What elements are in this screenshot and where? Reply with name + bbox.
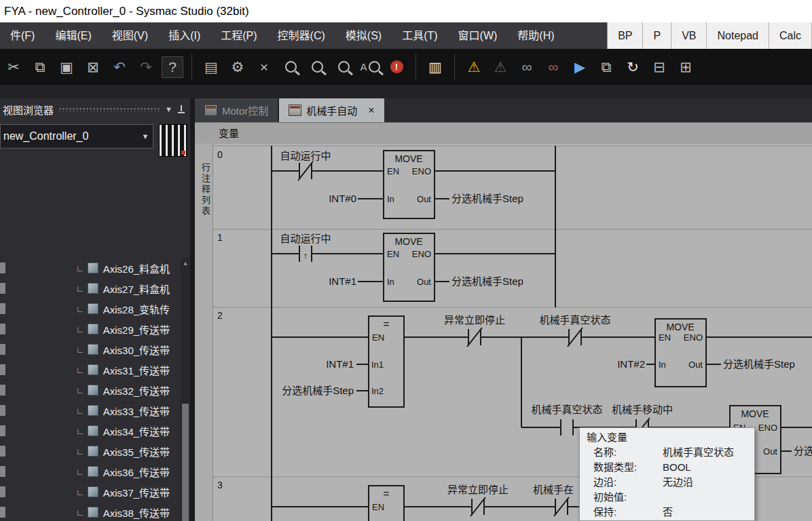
calc-button[interactable]: Calc: [769, 22, 812, 49]
troubleshooting-icon[interactable]: ▥: [424, 56, 446, 79]
error-list-icon[interactable]: !: [386, 56, 407, 79]
build-icon[interactable]: ▤: [200, 56, 222, 79]
menu-view[interactable]: 视图(V): [102, 22, 158, 49]
menu-controller[interactable]: 控制器(C): [267, 22, 335, 49]
contact-label[interactable]: 机械手真空状态: [539, 314, 610, 326]
scrollbar-thumb[interactable]: [182, 404, 189, 521]
rung-number[interactable]: 3: [217, 480, 223, 490]
menu-window[interactable]: 窗口(W): [448, 22, 508, 49]
tree-item-axis35[interactable]: ∟Axis35_传送带: [0, 441, 181, 461]
transfer-icon[interactable]: ▶: [569, 56, 591, 79]
pin-icon[interactable]: [177, 105, 185, 114]
tree-item-axis37[interactable]: ∟Axis37_传送带: [0, 482, 181, 502]
undo-icon[interactable]: ↶: [109, 56, 130, 79]
operand-out[interactable]: 分选机械手Step: [451, 275, 523, 287]
edge-arrow-icon: ↑: [303, 250, 308, 261]
vb-button[interactable]: VB: [671, 22, 707, 49]
program-tab-icon: [289, 104, 301, 116]
watch-window-stop-icon[interactable]: ∞: [542, 56, 564, 79]
multiview-explorer: 视图浏览器 ▼ new_Controller_0 ▼ ∟Axis26_料盒机 ∟…: [0, 98, 190, 521]
axis-icon: [88, 405, 98, 416]
monitor-window-icon[interactable]: ⊟: [648, 56, 670, 79]
menu-file[interactable]: 件(F): [0, 22, 45, 49]
controller-status-icon[interactable]: [159, 124, 187, 157]
contact-label[interactable]: 自动运行中: [280, 150, 331, 161]
menu-simulation[interactable]: 模拟(S): [335, 22, 392, 49]
close-icon[interactable]: ×: [368, 104, 374, 117]
nc-contact[interactable]: [554, 497, 569, 516]
tree-item-axis33[interactable]: ∟Axis33_传送带: [0, 400, 181, 421]
notepad-button[interactable]: Notepad: [707, 22, 769, 49]
contact-label[interactable]: 异常立即停止: [444, 314, 505, 326]
copy-icon[interactable]: ⧉: [29, 56, 51, 79]
tree-item-axis29[interactable]: ∟Axis29_传送带: [0, 319, 181, 339]
operand-out[interactable]: 分选机械手Step: [451, 193, 523, 204]
tree-item-axis30[interactable]: ∟Axis30_传送带: [0, 339, 181, 360]
menu-insert[interactable]: 插入(I): [158, 22, 210, 49]
warning-active-icon[interactable]: ⚠: [463, 56, 485, 79]
tree-item-axis32[interactable]: ∟Axis32_传送带: [0, 380, 181, 400]
rebuild-icon[interactable]: ×: [253, 56, 275, 79]
tree-item-axis34[interactable]: ∟Axis34_传送带: [0, 421, 181, 441]
operand-in[interactable]: INT#1: [329, 275, 356, 287]
tree-item-axis38[interactable]: ∟Axis38_传送带: [0, 502, 181, 521]
chevron-down-icon[interactable]: ▼: [165, 105, 172, 113]
contact-label[interactable]: 机械手真空状态: [531, 404, 602, 415]
menu-project[interactable]: 工程(P): [210, 22, 267, 49]
help-icon[interactable]: ?: [162, 56, 183, 78]
tab-motor-control[interactable]: Motor控制: [195, 98, 279, 122]
variables-bar[interactable]: 变量: [195, 122, 812, 145]
nc-contact[interactable]: [470, 497, 485, 516]
operand-in[interactable]: INT#0: [329, 193, 356, 204]
menu-edit[interactable]: 编辑(E): [45, 22, 101, 49]
contact-label[interactable]: 自动运行中: [280, 233, 331, 244]
synchronize-icon[interactable]: ↻: [622, 56, 644, 79]
tab-robot-auto[interactable]: 机械手自动 ×: [279, 98, 384, 122]
tree-item-axis27[interactable]: ∟Axis27_料盒机: [0, 278, 181, 298]
warning-inactive-icon[interactable]: ⚠: [490, 56, 511, 79]
explorer-scrollbar[interactable]: ▲: [181, 258, 190, 521]
tree-item-axis31[interactable]: ∟Axis31_传送带: [0, 360, 181, 380]
nc-contact[interactable]: [298, 161, 313, 180]
watch-window-icon[interactable]: ∞: [516, 56, 538, 79]
operand-in1[interactable]: INT#1: [326, 358, 354, 370]
search-in-project-icon[interactable]: [306, 56, 328, 79]
search-icon[interactable]: [280, 56, 301, 79]
operand-out[interactable]: 分选: [794, 445, 812, 457]
rung-number[interactable]: 2: [217, 310, 223, 321]
nc-contact[interactable]: [467, 328, 482, 347]
tree-item-axis28[interactable]: ∟Axis28_变轨传: [0, 298, 181, 319]
tree-item-axis36[interactable]: ∟Axis36_传送带: [0, 461, 181, 482]
p-button[interactable]: P: [643, 22, 671, 49]
tree-item-axis26[interactable]: ∟Axis26_料盒机: [0, 258, 181, 278]
operand-in2[interactable]: 分选机械手Step: [282, 385, 354, 396]
redo-icon[interactable]: ↷: [135, 56, 157, 79]
block-title: =: [384, 488, 390, 499]
cut-icon[interactable]: ✂: [3, 56, 24, 79]
delete-icon[interactable]: ⊠: [82, 56, 104, 79]
operand-in[interactable]: INT#2: [617, 358, 645, 370]
cascade-windows-icon[interactable]: ⧉: [595, 56, 617, 79]
bp-button[interactable]: BP: [608, 22, 643, 49]
menu-help[interactable]: 帮助(H): [507, 22, 564, 49]
monitor-window2-icon[interactable]: ⊞: [675, 56, 697, 79]
wrench-icon[interactable]: ⚙: [227, 56, 248, 79]
cross-reference-icon[interactable]: [333, 56, 354, 79]
controller-dropdown[interactable]: new_Controller_0 ▼: [0, 124, 153, 149]
dropdown-arrow-icon[interactable]: ▼: [138, 132, 153, 140]
find-replace-icon[interactable]: A: [359, 56, 381, 79]
contact-label[interactable]: 机械手移动中: [612, 404, 673, 415]
rung-number[interactable]: 0: [217, 149, 223, 160]
rung-comment-strip[interactable]: 行注释列表: [195, 144, 213, 521]
operand-out[interactable]: 分选机械手Step: [723, 358, 795, 370]
nc-contact[interactable]: [568, 328, 583, 347]
menu-tools[interactable]: 工具(T): [392, 22, 447, 49]
contact-label[interactable]: 机械手在: [533, 484, 574, 495]
axis-icon: [88, 486, 98, 497]
panel-splitter[interactable]: [190, 98, 195, 521]
scroll-up-icon[interactable]: ▲: [181, 258, 190, 269]
no-contact[interactable]: [561, 419, 573, 436]
paste-icon[interactable]: ▣: [56, 56, 77, 79]
rung-number[interactable]: 1: [217, 232, 223, 243]
contact-label[interactable]: 异常立即停止: [447, 484, 509, 495]
